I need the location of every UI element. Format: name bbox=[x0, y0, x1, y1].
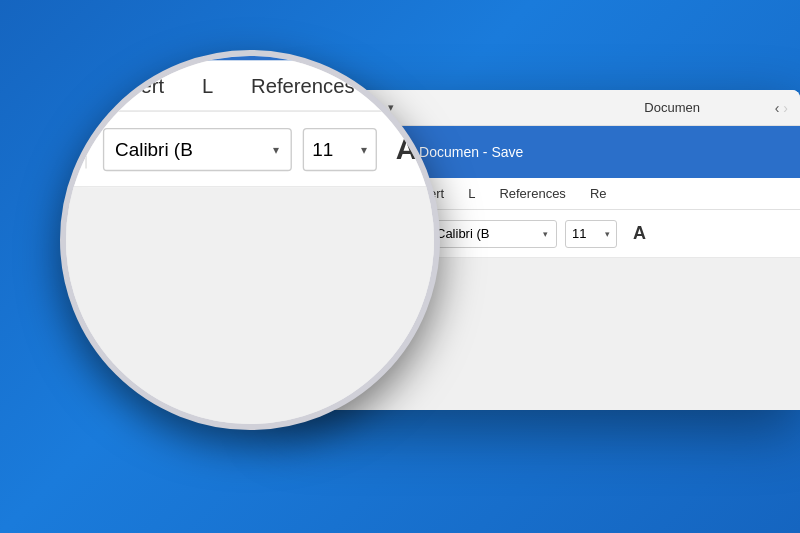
dot bbox=[296, 149, 302, 155]
font-size-value: 11 bbox=[572, 226, 586, 241]
word-logo: Word bbox=[296, 136, 395, 168]
font-size-selector[interactable]: 11 ▾ bbox=[565, 220, 617, 248]
brush-icon: 🖌 bbox=[383, 226, 396, 241]
menu-layout[interactable]: L bbox=[456, 178, 487, 209]
nav-controls: ‹ › bbox=[775, 100, 788, 116]
waffle-icon[interactable] bbox=[296, 141, 318, 163]
clipboard-icon: 📋 bbox=[340, 226, 356, 241]
back-icon[interactable]: ‹ bbox=[775, 100, 780, 116]
minimize-button[interactable] bbox=[310, 102, 322, 114]
dot bbox=[312, 157, 318, 163]
forward-icon[interactable]: › bbox=[783, 100, 788, 116]
document-area bbox=[280, 258, 800, 410]
toolbar-divider bbox=[414, 222, 415, 246]
document-title-label: Documen - Save bbox=[419, 144, 523, 160]
menu-insert[interactable]: Insert bbox=[400, 178, 457, 209]
undo-icon: ↺ bbox=[302, 226, 313, 241]
undo-button[interactable]: ↺ ▾ bbox=[296, 222, 326, 245]
dot bbox=[296, 157, 302, 163]
menu-review[interactable]: Re bbox=[578, 178, 619, 209]
menu-home[interactable]: Home bbox=[341, 178, 400, 209]
menu-references[interactable]: References bbox=[487, 178, 577, 209]
dot bbox=[304, 141, 310, 147]
menu-bar: File Home Insert L References Re bbox=[280, 178, 800, 210]
tab-doc-label: Documen bbox=[644, 100, 700, 115]
dot bbox=[304, 149, 310, 155]
toolbar: ↺ ▾ 📋 ▾ 🖌 Calibri (B ▾ 11 ▾ A bbox=[280, 210, 800, 258]
clipboard-button[interactable]: 📋 ▾ bbox=[334, 222, 369, 245]
font-name-value: Calibri (B bbox=[436, 226, 489, 241]
word-window: ⊞ ▾ ‹ › Documen Word Documen - Save bbox=[280, 90, 800, 410]
clipboard-chevron: ▾ bbox=[358, 229, 363, 239]
title-bar: ⊞ ▾ ‹ › Documen bbox=[280, 90, 800, 126]
dot bbox=[304, 157, 310, 163]
dot bbox=[296, 141, 302, 147]
close-button[interactable] bbox=[292, 102, 304, 114]
dot bbox=[312, 149, 318, 155]
window-controls bbox=[292, 102, 340, 114]
undo-chevron: ▾ bbox=[315, 229, 320, 239]
ribbon-title-bar: Word Documen - Save bbox=[280, 126, 800, 178]
menu-file[interactable]: File bbox=[296, 178, 341, 209]
font-name-selector[interactable]: Calibri (B ▾ bbox=[427, 220, 557, 248]
font-size-dropdown-icon: ▾ bbox=[605, 229, 610, 239]
font-dropdown-icon: ▾ bbox=[543, 229, 548, 239]
font-a-large[interactable]: A bbox=[633, 223, 646, 244]
maximize-button[interactable] bbox=[328, 102, 340, 114]
format-painter-button[interactable]: 🖌 bbox=[377, 222, 402, 245]
grid-icon[interactable]: ⊞ bbox=[360, 98, 380, 118]
app-name-label: Word bbox=[326, 136, 395, 168]
dot bbox=[312, 141, 318, 147]
